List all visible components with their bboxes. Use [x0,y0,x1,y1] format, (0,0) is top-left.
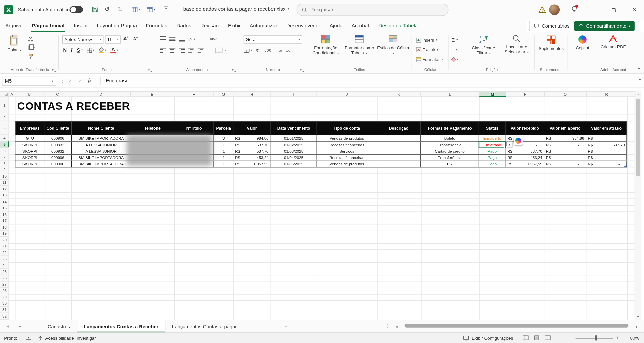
cell-H4[interactable]: R$984,86 [233,135,270,141]
maximize-button[interactable]: ▢ [608,4,620,16]
row-header-9[interactable]: 9 [0,167,9,173]
row-header-32[interactable]: 32 [0,313,9,320]
table-header-data-vencimento[interactable]: Data Vencimento [271,121,317,135]
quick-access-table-button-2[interactable]: ▾ [147,7,155,12]
column-header-M[interactable]: M [479,92,506,97]
cell-D4[interactable]: BM BIKE IMPORTADORA [72,135,131,141]
cell-L5[interactable]: Transferência [421,142,479,148]
clear-button[interactable]: ▾ [452,56,458,63]
align-top-button[interactable] [160,36,166,42]
bold-button[interactable]: N [63,47,67,53]
cell-K8[interactable] [377,161,421,167]
conditional-formatting-button[interactable]: Formatação Condicional ▾ [309,35,342,55]
column-header-E[interactable]: E [131,92,174,97]
table-header-valor-recebido[interactable]: Valor recebido [506,121,544,135]
column-header-F[interactable]: F [174,92,214,97]
fill-button[interactable]: ↓▾ [452,46,458,53]
row-header-8[interactable]: 8 [0,161,9,167]
cell-G4[interactable]: 3 [214,135,233,141]
decrease-indent-button[interactable] [188,48,194,53]
addins-button[interactable]: Suplementos [537,35,566,51]
ribbon-tab-página-inicial[interactable]: Página Inicial [27,20,69,32]
hscroll-left-button[interactable]: ◂ [396,324,398,329]
cut-button[interactable] [28,35,35,43]
ribbon-tab-exibir[interactable]: Exibir [223,20,245,32]
align-middle-button[interactable] [169,36,175,42]
table-resize-handle[interactable] [624,164,627,167]
cell-B6[interactable]: SKORPI [16,148,45,154]
cell-I6[interactable]: 01/03/2025 [271,148,317,154]
font-color-button[interactable]: A [111,47,116,54]
cell-K7[interactable] [377,155,421,161]
row-header-12[interactable]: 12 [0,186,9,192]
ribbon-tab-revisão[interactable]: Revisão [196,20,223,32]
increase-font-button[interactable]: A˄ [123,36,129,41]
ribbon-tab-acrobat[interactable]: Acrobat [347,20,374,32]
row-header-21[interactable]: 21 [0,243,9,249]
ribbon-tab-desenvolvedor[interactable]: Desenvolvedor [282,20,325,32]
row-header-18[interactable]: 18 [0,224,9,230]
row-header-13[interactable]: 13 [0,192,9,198]
ribbon-tab-arquivo[interactable]: Arquivo [1,20,27,32]
cell-M5[interactable]: Em atraso [479,142,506,148]
cell-B5[interactable]: SKORPI [16,142,45,148]
cell-L8[interactable]: Pix [421,161,479,167]
table-header-tipo-de-conta[interactable]: Tipo de conta [317,121,377,135]
alert-button[interactable] [538,6,546,15]
fill-color-button[interactable]: ▾ [98,47,106,53]
format-as-table-button[interactable]: Formatar como Tabela ▾ [343,35,376,55]
cell-R6[interactable]: R$- [586,148,627,154]
cell-L6[interactable]: Cartão de crédito [421,148,479,154]
row-header-14[interactable]: 14 [0,198,9,205]
confirm-entry-button[interactable]: ✓ [78,78,82,84]
column-header-R[interactable]: R [587,92,627,97]
ribbon-tab-automatizar[interactable]: Automatizar [245,20,282,32]
zoom-in-button[interactable]: + [616,335,620,341]
row-header-7[interactable]: 7 [0,154,9,161]
vertical-scroll-thumb[interactable] [636,99,640,177]
row-header-31[interactable]: 31 [0,307,9,313]
cell-Q7[interactable]: R$- [544,155,586,161]
percent-style-button[interactable]: % [256,48,260,53]
decrease-font-button[interactable]: A˅ [133,36,138,41]
ideas-button[interactable] [571,6,577,15]
cell-R8[interactable]: R$- [586,161,627,167]
cell-M6[interactable]: Pago [479,148,506,154]
cell-I7[interactable]: 01/04/2025 [271,155,317,161]
user-avatar[interactable] [549,4,560,15]
format-painter-button[interactable] [28,53,35,60]
row-header-15[interactable]: 15 [0,205,9,211]
table-header-descrição[interactable]: Descrição [377,121,421,135]
insert-function-button[interactable]: fx [88,77,92,83]
number-dialog-launcher[interactable] [300,67,304,71]
column-header-A[interactable]: A [9,92,15,97]
table-header-formas-de-pagamento[interactable]: Formas de Pagamento [421,121,479,135]
cell-J8[interactable]: Vendas de produtos [317,161,377,167]
next-sheet-button[interactable]: ▸ [19,323,21,329]
cell-I5[interactable]: 01/02/2025 [271,142,317,148]
table-header-n°titulo[interactable]: N°Titulo [174,121,214,135]
italic-button[interactable]: I [71,47,72,53]
autosum-button[interactable]: Σ▾ [452,36,458,44]
cell-P6[interactable]: R$537,70 [506,148,544,154]
row-header-26[interactable]: 26 [0,275,9,281]
autosave-toggle[interactable] [70,6,83,13]
row-header-25[interactable]: 25 [0,269,9,275]
cell-K4[interactable] [377,135,421,141]
cell-G8[interactable]: 1 [214,161,233,167]
row-header-19[interactable]: 19 [0,230,9,237]
collapse-ribbon-button[interactable]: ▾ [638,67,640,71]
row-header-5[interactable]: 5 [0,141,9,148]
font-size-combo[interactable]: 11▾ [105,35,121,43]
cell-Q8[interactable]: R$- [544,161,586,167]
find-select-button[interactable]: Localizar e Selecionar ▾ [501,35,532,54]
cell-G7[interactable]: 1 [214,155,233,161]
cell-C8[interactable]: 000906 [44,161,72,167]
scroll-down-button[interactable]: ▼ [635,314,641,320]
table-header-parcela[interactable]: Parcela [214,121,233,135]
cell-Q5[interactable]: R$- [544,142,586,148]
cell-C4[interactable]: 000906 [44,135,72,141]
table-header-valor-em-aberto[interactable]: Valor em aberto [544,121,586,135]
table-header-cod-cliente[interactable]: Cod Cliente [44,121,72,135]
cell-D8[interactable]: BM BIKE IMPORTADORA [72,161,131,167]
